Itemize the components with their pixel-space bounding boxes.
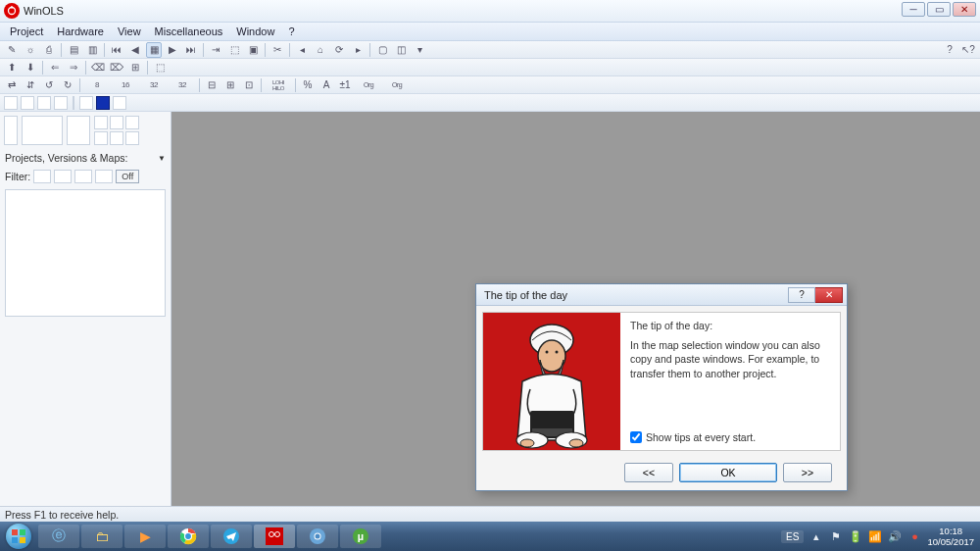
tb2-btn-2[interactable]: ⬇	[23, 60, 38, 75]
tb3-btn-1[interactable]: ⇄	[4, 77, 20, 93]
tb3-btn-9[interactable]: ⊟	[204, 77, 220, 93]
tray-app-icon[interactable]: ●	[907, 529, 921, 543]
tray-network-icon[interactable]: 📶	[868, 529, 882, 543]
palette-cell[interactable]	[125, 131, 139, 145]
tip-next-button[interactable]: >>	[783, 463, 832, 482]
tb1-btn-15[interactable]: ◂	[294, 42, 310, 58]
filter-off-button[interactable]: Off	[116, 170, 139, 183]
window-close-button[interactable]: ✕	[953, 2, 976, 17]
help-icon[interactable]: ?	[942, 42, 957, 58]
tb3-btn-10[interactable]: ⊞	[222, 77, 238, 93]
taskbar-media[interactable]: ▶	[124, 525, 166, 548]
dialog-help-button[interactable]: ?	[788, 287, 815, 303]
tb2-btn-5[interactable]: ⌫	[90, 60, 106, 75]
menu-miscellaneous[interactable]: Miscellaneous	[149, 25, 229, 37]
tb1-btn-4[interactable]: ▤	[66, 42, 81, 58]
tb3-btn-3[interactable]: ↺	[41, 77, 57, 93]
tb1-btn-11[interactable]: ⇥	[208, 42, 223, 58]
tb1-btn-2[interactable]: ☼	[23, 42, 38, 58]
start-button[interactable]	[0, 522, 37, 551]
tb1-btn-8[interactable]: ▦	[146, 42, 162, 58]
palette-cell[interactable]	[125, 116, 139, 129]
tb1-btn-14[interactable]: ✂	[270, 42, 285, 58]
filter-cell-4[interactable]	[95, 170, 113, 183]
show-tips-checkbox[interactable]: Show tips at every start.	[630, 430, 832, 444]
tb1-btn-12[interactable]: ⬚	[226, 42, 242, 58]
taskbar-explorer[interactable]: 🗀	[81, 525, 122, 548]
tb2-btn-6[interactable]: ⌦	[109, 60, 124, 75]
show-tips-checkbox-input[interactable]	[630, 431, 642, 443]
palette-cell[interactable]	[94, 116, 108, 129]
tb3-btn-14[interactable]: A	[318, 77, 334, 93]
taskbar-utorrent[interactable]: µ	[340, 525, 381, 548]
window-minimize-button[interactable]: ─	[902, 2, 925, 17]
taskbar-winols[interactable]	[254, 525, 295, 548]
tb3-bits-8[interactable]: 8	[84, 77, 110, 93]
dialog-close-button[interactable]: ✕	[815, 287, 843, 303]
palette-block-1[interactable]	[4, 116, 18, 145]
tray-language[interactable]: ES	[781, 530, 804, 543]
mt-7[interactable]	[113, 96, 126, 110]
tray-clock[interactable]: 10:18 10/05/2017	[927, 526, 974, 547]
tb2-btn-8[interactable]: ⬚	[152, 60, 168, 75]
tb3-btn-2[interactable]: ⇵	[23, 77, 38, 93]
tb1-btn-21[interactable]: ▾	[412, 42, 427, 58]
palette-cell[interactable]	[110, 131, 123, 145]
tb1-btn-10[interactable]: ⏭	[183, 42, 199, 58]
tb3-org1[interactable]: Org	[356, 77, 381, 93]
menu-help[interactable]: ?	[282, 25, 300, 37]
whatsthis-icon[interactable]: ↖?	[960, 42, 976, 58]
project-list[interactable]	[5, 189, 166, 317]
tb1-btn-7[interactable]: ◀	[127, 42, 143, 58]
menu-project[interactable]: Project	[4, 25, 49, 37]
mt-6[interactable]	[96, 96, 110, 110]
taskbar-telegram[interactable]	[211, 525, 252, 548]
mt-2[interactable]	[21, 96, 34, 110]
palette-cell[interactable]	[94, 131, 108, 145]
projects-dropdown[interactable]: Projects, Versions & Maps: ▼	[0, 149, 171, 167]
palette-cell[interactable]	[110, 116, 123, 129]
palette-block-2[interactable]	[22, 116, 63, 145]
filter-cell-2[interactable]	[54, 170, 72, 183]
tip-ok-button[interactable]: OK	[679, 463, 777, 482]
mt-1[interactable]	[4, 96, 18, 110]
tb1-btn-1[interactable]: ✎	[4, 42, 20, 58]
tb2-btn-1[interactable]: ⬆	[4, 60, 20, 75]
tb1-btn-20[interactable]: ◫	[393, 42, 409, 58]
tb3-btn-11[interactable]: ⊡	[241, 77, 257, 93]
tb3-btn-13[interactable]: %	[300, 77, 316, 93]
menu-window[interactable]: Window	[230, 25, 280, 37]
menu-hardware[interactable]: Hardware	[51, 25, 110, 37]
taskbar-chrome[interactable]	[168, 525, 209, 548]
tray-battery-icon[interactable]: 🔋	[849, 529, 862, 543]
tb3-org2[interactable]: Org	[384, 77, 410, 93]
tb1-btn-9[interactable]: ▶	[165, 42, 180, 58]
tray-flag-icon[interactable]: ⚑	[829, 529, 843, 543]
tb3-bits-32[interactable]: 32	[141, 77, 167, 93]
tip-prev-button[interactable]: <<	[624, 463, 673, 482]
tb3-bits-16[interactable]: 16	[113, 77, 138, 93]
mt-3[interactable]	[37, 96, 51, 110]
tb1-btn-17[interactable]: ⟳	[331, 42, 347, 58]
mt-4[interactable]	[54, 96, 68, 110]
tb3-btn-15[interactable]: ±1	[337, 77, 353, 93]
palette-block-3[interactable]	[67, 116, 90, 145]
tb3-lohi[interactable]: LOHIHILO	[266, 77, 291, 93]
tb2-btn-7[interactable]: ⊞	[127, 60, 143, 75]
filter-cell-1[interactable]	[33, 170, 51, 183]
tb1-btn-19[interactable]: ▢	[374, 42, 390, 58]
tb1-btn-18[interactable]: ▸	[350, 42, 366, 58]
window-maximize-button[interactable]: ▭	[927, 2, 951, 17]
tb2-btn-3[interactable]: ⇐	[47, 60, 63, 75]
taskbar-ie[interactable]: ⓔ	[38, 525, 79, 548]
filter-cell-3[interactable]	[74, 170, 92, 183]
tray-volume-icon[interactable]: 🔊	[888, 529, 902, 543]
tb1-btn-16[interactable]: ⌂	[313, 42, 328, 58]
tb1-btn-13[interactable]: ▣	[245, 42, 261, 58]
tb1-btn-6[interactable]: ⏮	[109, 42, 124, 58]
tb1-btn-5[interactable]: ▥	[84, 42, 100, 58]
tb1-btn-3[interactable]: ⎙	[41, 42, 57, 58]
tray-chevron-icon[interactable]: ▴	[809, 529, 823, 543]
tb3-btn-4[interactable]: ↻	[60, 77, 75, 93]
menu-view[interactable]: View	[112, 25, 147, 37]
